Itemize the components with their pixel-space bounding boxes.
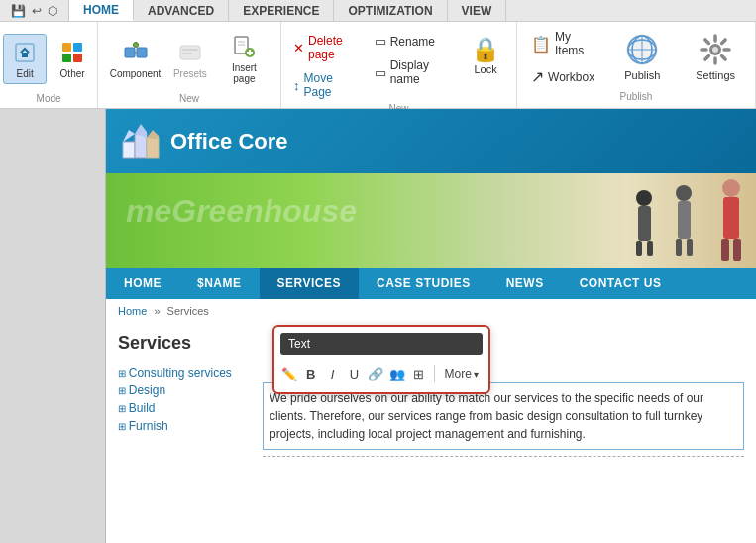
editor-pencil-btn[interactable]: ✏️ bbox=[280, 363, 298, 384]
insert-page-button[interactable]: Insert page bbox=[216, 29, 272, 88]
breadcrumb-sep: » bbox=[154, 305, 160, 317]
nav-name[interactable]: $NAME bbox=[179, 268, 260, 299]
rename-action[interactable]: ▭ Rename bbox=[371, 32, 439, 51]
svg-rect-7 bbox=[137, 48, 147, 57]
site-hero: meGreenhouse bbox=[106, 173, 756, 268]
svg-rect-6 bbox=[125, 48, 135, 57]
edit-button[interactable]: Edit bbox=[3, 34, 47, 84]
breadcrumb: Home » Services bbox=[106, 299, 756, 323]
editor-bold-btn[interactable]: B bbox=[302, 363, 320, 384]
svg-rect-1 bbox=[22, 53, 28, 57]
person-silhouette-1 bbox=[632, 188, 657, 258]
breadcrumb-current: Services bbox=[167, 305, 209, 317]
edit-icon bbox=[11, 39, 39, 66]
left-sidebar bbox=[0, 109, 106, 543]
mode-group-label: Mode bbox=[37, 91, 61, 104]
save-icon[interactable]: 💾 bbox=[11, 4, 26, 18]
services-content: Services Consulting services Design Buil… bbox=[106, 323, 756, 473]
tab-optimization[interactable]: OPTIMIZATION bbox=[334, 0, 447, 21]
component-label: Component bbox=[110, 68, 162, 79]
nav-services[interactable]: SERVICES bbox=[260, 268, 359, 299]
editor-italic-btn[interactable]: I bbox=[324, 363, 342, 384]
list-item-build[interactable]: Build bbox=[118, 401, 247, 415]
workbox-icon: ↗ bbox=[531, 67, 544, 86]
editor-more-btn[interactable]: More ▾ bbox=[441, 365, 483, 382]
rename-icon: ▭ bbox=[375, 34, 386, 49]
settings-wrapper: Settings bbox=[684, 28, 747, 85]
services-right: Text ✏️ B I U 🔗 👥 ⊞ More ▾ bbox=[263, 333, 744, 463]
insert-page-label: Insert page bbox=[222, 62, 267, 84]
other-button[interactable]: Other bbox=[51, 35, 94, 83]
tab-experience[interactable]: EXPERIENCE bbox=[229, 0, 334, 21]
editor-underline-btn[interactable]: U bbox=[345, 363, 363, 384]
hero-text: meGreenhouse bbox=[126, 193, 357, 230]
editor-people-btn[interactable]: 👥 bbox=[388, 363, 406, 384]
svg-rect-3 bbox=[73, 43, 82, 52]
workbox-button[interactable]: ↗ Workbox bbox=[525, 65, 600, 88]
tab-view[interactable]: VIEW bbox=[448, 0, 507, 21]
svg-rect-43 bbox=[638, 206, 651, 241]
svg-rect-45 bbox=[647, 241, 653, 256]
settings-label: Settings bbox=[696, 69, 735, 81]
nav-contact[interactable]: CONTACT US bbox=[562, 268, 680, 299]
svg-rect-38 bbox=[147, 138, 159, 158]
component-button[interactable]: Component bbox=[106, 35, 164, 83]
presets-button[interactable]: Presets bbox=[168, 35, 212, 83]
nav-home[interactable]: HOME bbox=[106, 268, 179, 299]
delete-page-action[interactable]: ✕ Delete page bbox=[289, 32, 347, 63]
settings-button[interactable]: Settings bbox=[684, 28, 747, 85]
presets-label: Presets bbox=[173, 68, 207, 79]
delete-icon: ✕ bbox=[293, 41, 304, 55]
site-header: Office Core bbox=[106, 109, 756, 173]
edit-group: ✕ Delete page ↕ Move Page ▭ Rename ▭ Dis… bbox=[281, 22, 517, 108]
undo-icon[interactable]: ↩ bbox=[32, 4, 42, 18]
list-item-consulting[interactable]: Consulting services bbox=[118, 366, 247, 380]
tab-home[interactable]: HOME bbox=[69, 0, 134, 21]
svg-marker-39 bbox=[123, 130, 135, 142]
publish-label: Publish bbox=[624, 69, 660, 81]
svg-rect-13 bbox=[182, 53, 192, 54]
nav-news[interactable]: NEWS bbox=[488, 268, 562, 299]
svg-point-50 bbox=[722, 179, 740, 197]
svg-point-27 bbox=[712, 47, 718, 53]
insert-page-icon bbox=[230, 33, 258, 60]
more-chevron-icon: ▾ bbox=[474, 369, 479, 380]
edit-label: Edit bbox=[16, 68, 33, 79]
svg-rect-4 bbox=[62, 54, 71, 62]
tab-advanced[interactable]: ADVANCED bbox=[134, 0, 229, 21]
editor-toolbar: ✏️ B I U 🔗 👥 ⊞ More ▾ bbox=[280, 361, 483, 386]
lock-button[interactable]: 🔒 Lock bbox=[463, 32, 508, 79]
svg-rect-2 bbox=[62, 43, 71, 52]
breadcrumb-home[interactable]: Home bbox=[118, 305, 147, 317]
svg-rect-52 bbox=[721, 239, 729, 261]
editor-table-btn[interactable]: ⊞ bbox=[410, 363, 428, 384]
svg-rect-5 bbox=[73, 54, 82, 62]
presets-icon bbox=[176, 39, 204, 66]
my-items-workbox: 📋 My Items ↗ Workbox bbox=[525, 28, 600, 88]
new-group: Component Presets bbox=[98, 22, 281, 108]
svg-line-32 bbox=[705, 40, 709, 44]
move-page-action[interactable]: ↕ Move Page bbox=[289, 69, 347, 101]
text-editor-popup: Text ✏️ B I U 🔗 👥 ⊞ More ▾ bbox=[272, 325, 490, 394]
move-icon: ↕ bbox=[293, 78, 300, 93]
list-item-design[interactable]: Design bbox=[118, 383, 247, 397]
svg-line-33 bbox=[722, 56, 726, 60]
new-group-label: New bbox=[179, 91, 199, 104]
svg-point-9 bbox=[133, 42, 138, 47]
site-logo-text: Office Core bbox=[170, 129, 288, 155]
publish-icon bbox=[624, 32, 660, 67]
my-items-button[interactable]: 📋 My Items bbox=[525, 28, 600, 59]
top-tab-bar: 💾 ↩ ⬡ HOME ADVANCED EXPERIENCE OPTIMIZAT… bbox=[0, 0, 756, 22]
display-name-action[interactable]: ▭ Display name bbox=[371, 56, 439, 88]
editor-link-btn[interactable]: 🔗 bbox=[367, 363, 384, 384]
display-name-icon: ▭ bbox=[375, 65, 386, 80]
dashed-separator bbox=[263, 456, 744, 457]
svg-marker-41 bbox=[147, 130, 159, 138]
publish-button-wrapper: Publish bbox=[608, 28, 676, 85]
list-item-furnish[interactable]: Furnish bbox=[118, 419, 247, 433]
svg-rect-36 bbox=[123, 142, 135, 158]
svg-point-46 bbox=[676, 185, 692, 201]
publish-button[interactable]: Publish bbox=[612, 28, 672, 85]
nav-case-studies[interactable]: CASE STUDIES bbox=[359, 268, 488, 299]
share-icon[interactable]: ⬡ bbox=[48, 4, 57, 18]
